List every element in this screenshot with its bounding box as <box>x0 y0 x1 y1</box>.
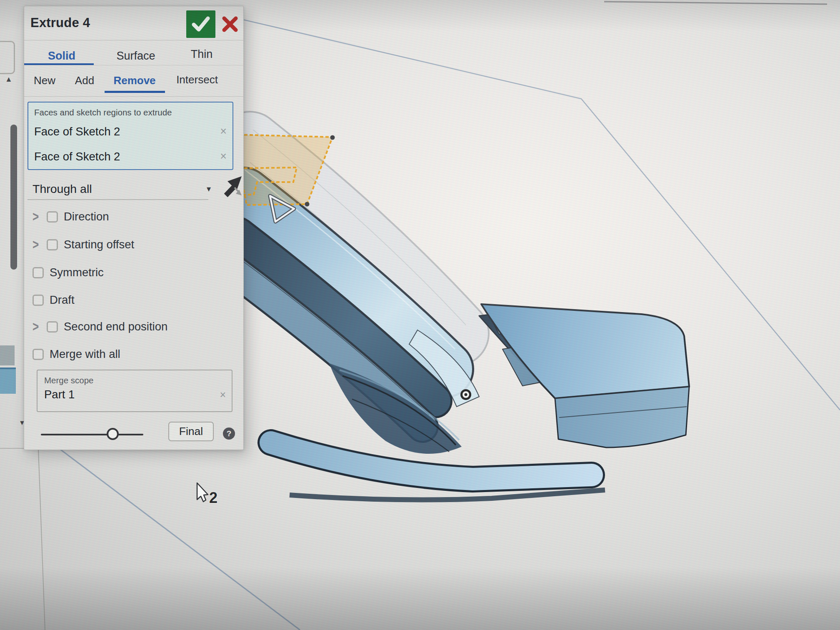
sketch-vertex-dot <box>305 202 310 207</box>
check-icon <box>192 16 210 32</box>
close-icon <box>222 16 238 32</box>
merge-scope-label: Merge scope <box>44 375 94 385</box>
preview-slider-track[interactable] <box>41 434 143 435</box>
selected-face-row[interactable]: Face of Sketch 2 × <box>28 122 232 141</box>
symmetric-checkbox[interactable] <box>32 267 44 278</box>
tab-remove[interactable]: Remove <box>110 74 160 87</box>
tab-solid[interactable]: Solid <box>37 50 87 62</box>
panel-swatch-blue[interactable] <box>0 368 16 394</box>
end-condition-select[interactable]: Through all <box>32 182 92 196</box>
faces-box-label: Faces and sketch regions to extrude <box>34 108 172 118</box>
draft-checkbox[interactable] <box>32 295 44 306</box>
option-starting-offset: > Starting offset <box>32 236 238 253</box>
panel-swatch-gray <box>0 345 15 365</box>
confirm-button[interactable] <box>186 10 215 38</box>
mate-point[interactable] <box>460 389 471 400</box>
tab-thin[interactable]: Thin <box>181 48 222 61</box>
toolbar-button-partial[interactable] <box>0 41 15 74</box>
cursor-badge: 2 <box>209 489 218 506</box>
option-draft: Draft <box>32 291 238 309</box>
help-icon[interactable]: ? <box>223 428 235 440</box>
divider <box>24 65 243 65</box>
faces-selection-box[interactable]: Faces and sketch regions to extrude Face… <box>28 102 233 170</box>
selected-face-name: Face of Sketch 2 <box>34 125 120 138</box>
direction-checkbox[interactable] <box>47 211 58 222</box>
dialog-title: Extrude 4 <box>30 15 90 30</box>
tab-surface[interactable]: Surface <box>106 50 166 62</box>
merge-scope-box[interactable]: Merge scope Part 1 × <box>37 370 232 412</box>
selected-face-name: Face of Sketch 2 <box>34 150 120 163</box>
divider <box>24 40 243 40</box>
tab-add[interactable]: Add <box>72 74 98 87</box>
tab-new[interactable]: New <box>32 74 58 87</box>
close-button[interactable] <box>219 13 241 35</box>
sketch-vertex-dot <box>330 135 335 140</box>
option-label: Starting offset <box>64 238 134 251</box>
expand-chevron-icon[interactable]: > <box>32 319 41 335</box>
second-end-position-checkbox[interactable] <box>47 321 58 332</box>
option-label: Draft <box>50 293 75 307</box>
extrude-dialog: Extrude 4 Solid Surface Thin New Add Rem… <box>24 6 244 450</box>
option-merge-with-all: Merge with all <box>32 345 238 363</box>
tab-intersect[interactable]: Intersect <box>171 73 223 86</box>
option-label: Direction <box>64 210 109 223</box>
expand-chevron-icon[interactable]: > <box>32 237 41 253</box>
option-label: Symmetric <box>50 266 104 279</box>
selected-face-row[interactable]: Face of Sketch 2 × <box>28 148 232 166</box>
option-direction: > Direction <box>32 208 238 225</box>
merge-with-all-checkbox[interactable] <box>32 349 44 360</box>
mouse-cursor: 2 <box>197 483 218 506</box>
selected-tab-underline <box>105 91 165 93</box>
option-label: Second end position <box>64 320 168 333</box>
option-symmetric: Symmetric <box>32 264 238 281</box>
divider <box>24 96 243 97</box>
option-second-end-position: > Second end position <box>32 318 238 335</box>
option-label: Merge with all <box>50 348 120 361</box>
select-underline <box>28 199 208 200</box>
scroll-up-icon[interactable]: ▲ <box>5 75 12 84</box>
remove-face-icon[interactable]: × <box>220 125 227 138</box>
remove-face-icon[interactable]: × <box>220 150 227 163</box>
remove-scope-icon[interactable]: × <box>220 389 226 401</box>
starting-offset-checkbox[interactable] <box>47 239 58 250</box>
expand-chevron-icon[interactable]: > <box>32 209 41 225</box>
final-button[interactable]: Final <box>168 422 214 441</box>
chevron-down-icon[interactable]: ▾ <box>207 184 211 194</box>
merge-scope-value: Part 1 <box>44 388 75 401</box>
scrollbar-thumb[interactable] <box>10 125 17 270</box>
preview-slider-handle[interactable] <box>107 428 119 440</box>
right-block[interactable] <box>479 304 689 448</box>
